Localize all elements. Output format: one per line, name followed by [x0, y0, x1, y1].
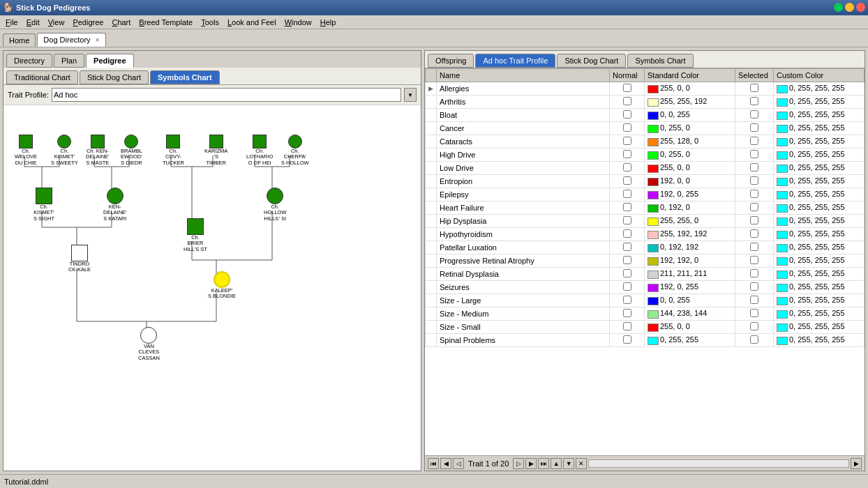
normal-checkbox-cell[interactable] [610, 241, 645, 254]
normal-checkbox[interactable] [623, 216, 631, 224]
nav-scrollbar[interactable] [588, 459, 849, 468]
selected-checkbox[interactable] [750, 150, 758, 158]
nav-next-page[interactable]: ▶ [525, 458, 537, 469]
normal-checkbox[interactable] [623, 322, 631, 330]
normal-checkbox-cell[interactable] [610, 281, 645, 294]
red-btn[interactable] [856, 3, 865, 12]
menu-file[interactable]: File [1, 17, 22, 28]
right-tab-symbols[interactable]: Symbols Chart [627, 54, 693, 68]
selected-checkbox-cell[interactable] [735, 96, 774, 109]
normal-checkbox[interactable] [623, 137, 631, 145]
selected-checkbox-cell[interactable] [735, 135, 774, 148]
normal-checkbox[interactable] [623, 229, 631, 238]
chart-tab-symbols[interactable]: Symbols Chart [150, 70, 220, 84]
normal-checkbox[interactable] [623, 176, 631, 185]
normal-checkbox[interactable] [623, 123, 631, 132]
dog-karizma[interactable]: KARIZMA'STIMBER [204, 135, 227, 166]
tab-home[interactable]: Home [3, 33, 36, 47]
selected-checkbox[interactable] [750, 269, 758, 277]
chart-tab-stickdog[interactable]: Stick Dog Chart [80, 70, 149, 84]
normal-checkbox[interactable] [623, 335, 631, 344]
dog-vancleves[interactable]: VANCLEVESCASSAN [138, 327, 160, 361]
selected-checkbox[interactable] [750, 176, 758, 185]
selected-checkbox-cell[interactable] [735, 268, 774, 281]
right-tab-stickdog[interactable]: Stick Dog Chart [557, 54, 626, 68]
normal-checkbox[interactable] [623, 190, 631, 198]
tab-dog-directory[interactable]: Dog Directory × [37, 33, 105, 47]
normal-checkbox-cell[interactable] [610, 82, 645, 96]
dog-cherpa[interactable]: Ch.CHERPA'S HOLLOW [281, 135, 309, 166]
normal-checkbox-cell[interactable] [610, 215, 645, 228]
selected-checkbox-cell[interactable] [735, 122, 774, 135]
nav-first[interactable]: ⏮ [428, 458, 439, 469]
normal-checkbox-cell[interactable] [610, 96, 645, 109]
selected-checkbox[interactable] [750, 296, 758, 304]
normal-checkbox-cell[interactable] [610, 268, 645, 281]
menu-breed-template[interactable]: Breed Template [135, 17, 197, 28]
green-btn[interactable] [834, 3, 843, 12]
selected-checkbox[interactable] [750, 256, 758, 264]
normal-checkbox[interactable] [623, 150, 631, 158]
selected-checkbox[interactable] [750, 229, 758, 238]
dog-tindro[interactable]: TINDROCK-KALE [68, 245, 91, 273]
expand-cell[interactable]: ▶ [426, 82, 437, 96]
normal-checkbox[interactable] [623, 282, 631, 291]
normal-checkbox-cell[interactable] [610, 294, 645, 307]
dog-kaleepblondie[interactable]: KALEEP'S BLONDIE [208, 271, 236, 300]
selected-checkbox-cell[interactable] [735, 294, 774, 307]
selected-checkbox[interactable] [750, 309, 758, 317]
normal-checkbox-cell[interactable] [610, 228, 645, 241]
selected-checkbox-cell[interactable] [735, 162, 774, 175]
normal-checkbox[interactable] [623, 110, 631, 119]
dog-bramble[interactable]: BRAMBLEWOOD'S DIEDR [121, 135, 142, 166]
normal-checkbox-cell[interactable] [610, 188, 645, 201]
selected-checkbox-cell[interactable] [735, 321, 774, 334]
selected-checkbox[interactable] [750, 137, 758, 145]
normal-checkbox[interactable] [623, 256, 631, 264]
selected-checkbox[interactable] [750, 322, 758, 330]
selected-checkbox-cell[interactable] [735, 334, 774, 347]
dog-kenmaste[interactable]: Ch. KEN-DELAINE'S MASTE [86, 135, 110, 166]
normal-checkbox[interactable] [623, 203, 631, 211]
selected-checkbox[interactable] [750, 203, 758, 211]
selected-checkbox-cell[interactable] [735, 228, 774, 241]
chart-tab-traditional[interactable]: Traditional Chart [6, 70, 78, 84]
selected-checkbox[interactable] [750, 216, 758, 224]
menu-view[interactable]: View [44, 17, 69, 28]
selected-checkbox-cell[interactable] [735, 109, 774, 122]
selected-checkbox-cell[interactable] [735, 175, 774, 188]
selected-checkbox[interactable] [750, 84, 758, 92]
dog-kendelaine[interactable]: KEN-DELAINE'S KATARI [103, 188, 127, 222]
menu-tools[interactable]: Tools [197, 17, 223, 28]
dog-lothario[interactable]: Ch.LOTHARIOO OF HEI [246, 135, 273, 166]
selected-checkbox-cell[interactable] [735, 241, 774, 254]
normal-checkbox-cell[interactable] [610, 122, 645, 135]
selected-checkbox-cell[interactable] [735, 82, 774, 96]
selected-checkbox[interactable] [750, 123, 758, 132]
right-tab-offspring[interactable]: Offspring [428, 54, 474, 68]
normal-checkbox-cell[interactable] [610, 334, 645, 347]
normal-checkbox[interactable] [623, 97, 631, 105]
normal-checkbox-cell[interactable] [610, 307, 645, 321]
menu-pedigree[interactable]: Pedigree [68, 17, 107, 28]
menu-window[interactable]: Window [280, 17, 316, 28]
nav-close[interactable]: ✕ [576, 458, 587, 469]
selected-checkbox-cell[interactable] [735, 281, 774, 294]
normal-checkbox-cell[interactable] [610, 254, 645, 268]
nav-last[interactable]: ⏭ [538, 458, 549, 469]
nav-next[interactable]: ▷ [513, 458, 524, 469]
normal-checkbox[interactable] [623, 269, 631, 277]
right-tab-adhoc[interactable]: Ad hoc Trait Profile [475, 54, 555, 68]
selected-checkbox-cell[interactable] [735, 215, 774, 228]
normal-checkbox[interactable] [623, 84, 631, 92]
normal-checkbox-cell[interactable] [610, 109, 645, 122]
normal-checkbox-cell[interactable] [610, 321, 645, 334]
nav-sort-asc[interactable]: ▲ [551, 458, 562, 469]
dog-brierhills[interactable]: Ch.BRIERHILL'S ST [184, 218, 207, 252]
nav-prev-page[interactable]: ◀ [440, 458, 451, 469]
dog-kismetsight[interactable]: Ch.KISMET'S SIGHT [33, 188, 54, 222]
selected-checkbox[interactable] [750, 282, 758, 291]
normal-checkbox-cell[interactable] [610, 175, 645, 188]
normal-checkbox-cell[interactable] [610, 201, 645, 215]
selected-checkbox[interactable] [750, 190, 758, 198]
